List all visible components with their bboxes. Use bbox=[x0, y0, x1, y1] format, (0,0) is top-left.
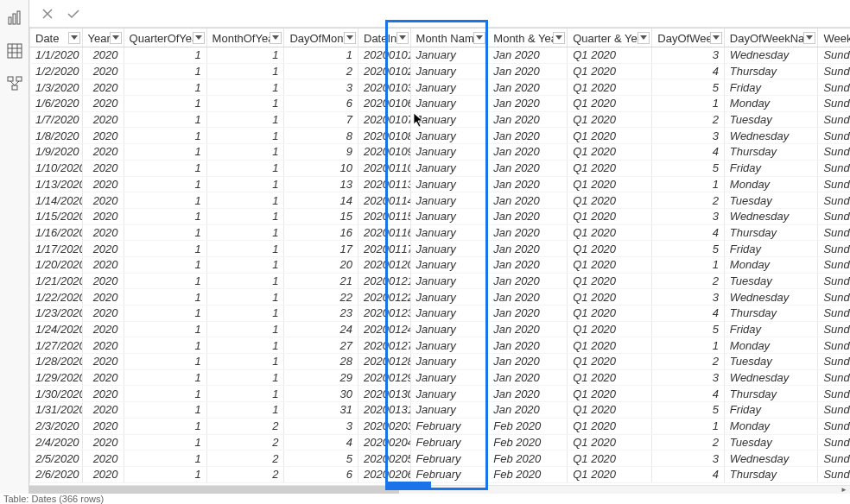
cell-dint[interactable]: 20200128 bbox=[358, 354, 411, 370]
cell-date[interactable]: 2/6/2020 bbox=[30, 466, 83, 482]
cell-dom[interactable]: 21 bbox=[284, 273, 358, 289]
cell-date[interactable]: 2/3/2020 bbox=[30, 418, 83, 434]
cell-mname[interactable]: February bbox=[410, 450, 488, 467]
cell-downame[interactable]: Tuesday bbox=[724, 273, 818, 289]
cell-weekend[interactable]: Sunday, Janu bbox=[818, 306, 850, 322]
cell-dint[interactable]: 20200204 bbox=[358, 434, 411, 450]
cell-qyear[interactable]: Q1 2020 bbox=[568, 434, 652, 450]
model-view-icon[interactable] bbox=[7, 76, 22, 91]
cell-qoy[interactable]: 1 bbox=[124, 224, 206, 241]
cell-myear[interactable]: Jan 2020 bbox=[488, 369, 568, 386]
cell-weekend[interactable]: Sunday, Febru bbox=[818, 434, 850, 450]
cell-moy[interactable]: 1 bbox=[206, 96, 284, 112]
cell-mname[interactable]: January bbox=[410, 241, 488, 257]
cell-weekend[interactable]: Sunday, Janu bbox=[818, 192, 850, 209]
cell-dow[interactable]: 4 bbox=[652, 144, 725, 161]
cell-moy[interactable]: 1 bbox=[206, 337, 284, 354]
cell-dom[interactable]: 28 bbox=[284, 354, 358, 370]
cell-moy[interactable]: 1 bbox=[206, 241, 284, 257]
cell-myear[interactable]: Jan 2020 bbox=[488, 144, 568, 161]
cell-qyear[interactable]: Q1 2020 bbox=[568, 256, 652, 273]
cell-qoy[interactable]: 1 bbox=[124, 241, 206, 257]
cell-downame[interactable]: Thursday bbox=[724, 63, 818, 79]
cell-myear[interactable]: Jan 2020 bbox=[488, 224, 568, 241]
cell-moy[interactable]: 1 bbox=[206, 128, 284, 144]
cell-downame[interactable]: Monday bbox=[724, 96, 818, 112]
cell-downame[interactable]: Friday bbox=[724, 321, 818, 337]
cell-qoy[interactable]: 1 bbox=[124, 466, 206, 482]
cell-mname[interactable]: January bbox=[410, 192, 488, 209]
cell-downame[interactable]: Thursday bbox=[724, 224, 818, 241]
cell-date[interactable]: 1/17/2020 bbox=[30, 241, 83, 257]
cell-qoy[interactable]: 1 bbox=[124, 208, 206, 224]
cell-date[interactable]: 2/5/2020 bbox=[30, 450, 83, 467]
filter-dropdown-icon[interactable] bbox=[553, 32, 565, 44]
cell-date[interactable]: 1/29/2020 bbox=[30, 369, 83, 386]
cell-date[interactable]: 1/13/2020 bbox=[30, 176, 83, 192]
cell-dint[interactable]: 20200101 bbox=[358, 47, 411, 64]
cancel-formula-button[interactable] bbox=[38, 4, 57, 23]
cell-dow[interactable]: 2 bbox=[652, 354, 725, 370]
cell-myear[interactable]: Feb 2020 bbox=[488, 450, 568, 467]
cell-dom[interactable]: 5 bbox=[284, 450, 358, 467]
cell-downame[interactable]: Wednesday bbox=[724, 450, 818, 467]
cell-myear[interactable]: Jan 2020 bbox=[488, 176, 568, 192]
cell-date[interactable]: 1/6/2020 bbox=[30, 96, 83, 112]
cell-dom[interactable]: 4 bbox=[284, 434, 358, 450]
cell-weekend[interactable]: Sunday, Janu bbox=[818, 224, 850, 241]
cell-dom[interactable]: 1 bbox=[284, 47, 358, 64]
cell-myear[interactable]: Jan 2020 bbox=[488, 47, 568, 64]
scroll-right-button[interactable]: ► bbox=[838, 486, 850, 494]
cell-dow[interactable]: 3 bbox=[652, 47, 725, 64]
cell-date[interactable]: 1/30/2020 bbox=[30, 386, 83, 402]
cell-dom[interactable]: 10 bbox=[284, 160, 358, 176]
cell-year[interactable]: 2020 bbox=[82, 144, 124, 161]
cell-dow[interactable]: 5 bbox=[652, 241, 725, 257]
cell-dow[interactable]: 5 bbox=[652, 402, 725, 419]
cell-mname[interactable]: January bbox=[410, 224, 488, 241]
cell-date[interactable]: 1/3/2020 bbox=[30, 79, 83, 96]
cell-mname[interactable]: January bbox=[410, 63, 488, 79]
cell-weekend[interactable]: Sunday, Janu bbox=[818, 63, 850, 79]
cell-weekend[interactable]: Sunday, Febru bbox=[818, 354, 850, 370]
cell-myear[interactable]: Jan 2020 bbox=[488, 79, 568, 96]
cell-dow[interactable]: 2 bbox=[652, 111, 725, 128]
table-row[interactable]: 2/4/2020202012420200204FebruaryFeb 2020Q… bbox=[30, 434, 851, 450]
cell-dint[interactable]: 20200127 bbox=[358, 337, 411, 354]
cell-year[interactable]: 2020 bbox=[82, 63, 124, 79]
cell-year[interactable]: 2020 bbox=[82, 386, 124, 402]
cell-qoy[interactable]: 1 bbox=[124, 96, 206, 112]
cell-mname[interactable]: January bbox=[410, 402, 488, 419]
cell-qyear[interactable]: Q1 2020 bbox=[568, 273, 652, 289]
cell-dom[interactable]: 2 bbox=[284, 63, 358, 79]
cell-date[interactable]: 1/28/2020 bbox=[30, 354, 83, 370]
cell-year[interactable]: 2020 bbox=[82, 47, 124, 64]
cell-myear[interactable]: Jan 2020 bbox=[488, 192, 568, 209]
cell-moy[interactable]: 1 bbox=[206, 160, 284, 176]
dates-table[interactable]: DateYearQuarterOfYearMonthOfYearDayOfMon… bbox=[29, 28, 850, 483]
cell-qyear[interactable]: Q1 2020 bbox=[568, 466, 652, 482]
cell-qyear[interactable]: Q1 2020 bbox=[568, 79, 652, 96]
cell-weekend[interactable]: Sunday, Janu bbox=[818, 160, 850, 176]
cell-qoy[interactable]: 1 bbox=[124, 192, 206, 209]
cell-moy[interactable]: 1 bbox=[206, 354, 284, 370]
cell-moy[interactable]: 1 bbox=[206, 176, 284, 192]
cell-weekend[interactable]: Sunday, Janu bbox=[818, 79, 850, 96]
column-header-qyear[interactable]: Quarter & Year bbox=[568, 28, 652, 47]
cell-mname[interactable]: January bbox=[410, 386, 488, 402]
cell-dint[interactable]: 20200113 bbox=[358, 176, 411, 192]
table-row[interactable]: 1/3/2020202011320200103JanuaryJan 2020Q1… bbox=[30, 79, 851, 96]
cell-weekend[interactable]: Sunday, Janu bbox=[818, 96, 850, 112]
scroll-thumb[interactable] bbox=[29, 486, 399, 494]
cell-qoy[interactable]: 1 bbox=[124, 79, 206, 96]
table-row[interactable]: 1/28/20202020112820200128JanuaryJan 2020… bbox=[30, 354, 851, 370]
cell-qoy[interactable]: 1 bbox=[124, 354, 206, 370]
cell-dom[interactable]: 29 bbox=[284, 369, 358, 386]
cell-qoy[interactable]: 1 bbox=[124, 418, 206, 434]
table-row[interactable]: 1/29/20202020112920200129JanuaryJan 2020… bbox=[30, 369, 851, 386]
filter-dropdown-icon[interactable] bbox=[710, 32, 722, 44]
cell-myear[interactable]: Jan 2020 bbox=[488, 354, 568, 370]
cell-qoy[interactable]: 1 bbox=[124, 144, 206, 161]
cell-date[interactable]: 1/9/2020 bbox=[30, 144, 83, 161]
commit-formula-button[interactable] bbox=[64, 4, 83, 23]
